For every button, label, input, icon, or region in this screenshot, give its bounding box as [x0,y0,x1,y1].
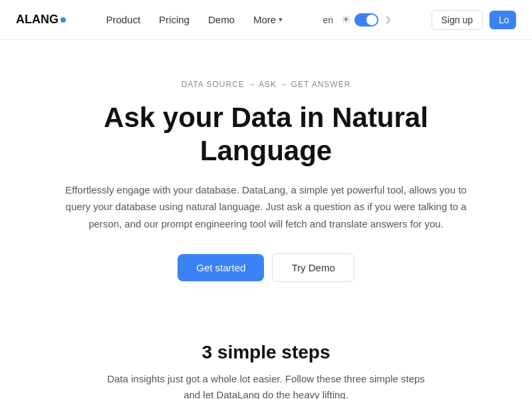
nav-controls: en ☀ ☽ [323,13,392,27]
try-demo-button[interactable]: Try Demo [272,253,354,282]
language-label[interactable]: en [323,15,334,25]
signup-button[interactable]: Sign up [432,10,483,30]
nav-more-label: More [253,14,276,25]
steps-section: 3 simple steps Data insights just got a … [0,315,532,399]
get-started-button[interactable]: Get started [178,254,264,281]
nav-product[interactable]: Product [106,14,140,25]
navbar: ALANG Product Pricing Demo More ▾ en ☀ ☽… [0,0,532,40]
theme-toggle[interactable] [354,13,378,27]
sun-icon: ☀ [341,13,350,26]
steps-description: Data insights just got a whole lot easie… [100,371,432,399]
hero-section: DATA SOURCE → ASK → GET ANSWER Ask your … [0,40,532,315]
hero-buttons: Get started Try Demo [53,253,479,282]
login-button[interactable]: Lo [489,11,516,29]
logo: ALANG [16,13,66,27]
moon-icon: ☽ [382,15,391,25]
logo-text: ALANG [16,13,59,27]
chevron-down-icon: ▾ [279,15,283,24]
toggle-thumb [366,15,377,25]
steps-title: 3 simple steps [53,342,479,363]
logo-dot [61,17,66,23]
hero-description: Effortlessly engage with your database. … [60,182,472,233]
nav-links: Product Pricing Demo More ▾ [106,14,283,25]
theme-controls: ☀ ☽ [341,13,391,27]
nav-right: Sign up Lo [432,10,516,30]
nav-more[interactable]: More ▾ [253,14,283,25]
nav-demo[interactable]: Demo [208,14,235,25]
hero-tag: DATA SOURCE → ASK → GET ANSWER [53,80,479,89]
nav-pricing[interactable]: Pricing [159,14,190,25]
hero-title: Ask your Data in Natural Language [53,101,479,168]
